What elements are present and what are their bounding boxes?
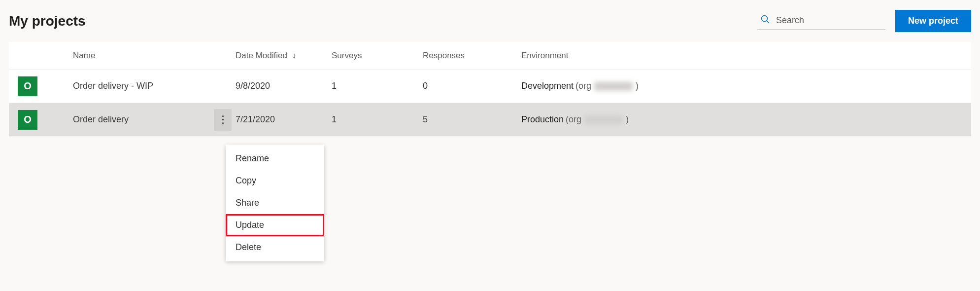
context-menu: Rename Copy Share Update Delete bbox=[226, 145, 324, 261]
redacted-text bbox=[584, 115, 623, 124]
search-icon bbox=[760, 14, 770, 27]
vertical-ellipsis-icon bbox=[222, 115, 224, 124]
column-header-environment[interactable]: Environment bbox=[521, 51, 971, 61]
svg-line-1 bbox=[767, 21, 769, 23]
redacted-text bbox=[594, 82, 633, 91]
project-date: 7/21/2020 bbox=[236, 114, 332, 125]
project-environment: Production (org ) bbox=[521, 114, 971, 125]
new-project-button[interactable]: New project bbox=[895, 10, 971, 32]
table-row[interactable]: O Order delivery 7/21/2020 1 5 Productio… bbox=[9, 103, 971, 137]
table-header-row: Name Date Modified ↓ Surveys Responses E… bbox=[9, 42, 971, 70]
environment-org-prefix: (org bbox=[566, 114, 581, 125]
project-responses: 5 bbox=[423, 114, 521, 125]
project-environment: Development (org ) bbox=[521, 81, 971, 91]
menu-item-delete[interactable]: Delete bbox=[226, 236, 324, 258]
project-surveys: 1 bbox=[332, 114, 423, 125]
menu-item-copy[interactable]: Copy bbox=[226, 170, 324, 192]
menu-item-share[interactable]: Share bbox=[226, 192, 324, 214]
project-surveys: 1 bbox=[332, 81, 423, 91]
environment-name: Production bbox=[521, 114, 564, 125]
column-header-responses[interactable]: Responses bbox=[423, 51, 521, 61]
project-name[interactable]: Order delivery - WIP bbox=[73, 81, 236, 91]
table-row[interactable]: O Order delivery - WIP 9/8/2020 1 0 Deve… bbox=[9, 70, 971, 103]
project-date: 9/8/2020 bbox=[236, 81, 332, 91]
project-name[interactable]: Order delivery bbox=[73, 114, 129, 124]
environment-org-prefix: (org bbox=[575, 81, 591, 91]
environment-org-suffix: ) bbox=[626, 114, 629, 125]
page-header: My projects New project bbox=[9, 10, 971, 32]
sort-desc-icon: ↓ bbox=[292, 51, 296, 60]
environment-org-suffix: ) bbox=[636, 81, 639, 91]
environment-name: Development bbox=[521, 81, 574, 91]
menu-item-rename[interactable]: Rename bbox=[226, 147, 324, 170]
column-header-surveys[interactable]: Surveys bbox=[332, 51, 423, 61]
more-actions-button[interactable] bbox=[214, 109, 232, 131]
search-field[interactable] bbox=[757, 12, 885, 30]
svg-point-0 bbox=[761, 15, 767, 21]
projects-table: Name Date Modified ↓ Surveys Responses E… bbox=[9, 42, 971, 137]
project-badge: O bbox=[18, 76, 37, 96]
menu-item-update[interactable]: Update bbox=[226, 214, 324, 236]
column-header-date-modified[interactable]: Date Modified ↓ bbox=[236, 51, 332, 61]
page-title: My projects bbox=[9, 13, 86, 29]
project-badge: O bbox=[18, 110, 37, 130]
project-responses: 0 bbox=[423, 81, 521, 91]
search-input[interactable] bbox=[775, 15, 874, 26]
column-header-name[interactable]: Name bbox=[73, 51, 236, 61]
